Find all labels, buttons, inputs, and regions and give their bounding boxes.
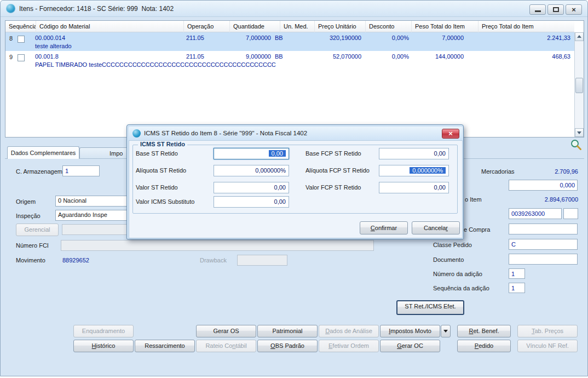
close-icon: ×: [572, 5, 576, 14]
valor-icms-substituto-input[interactable]: 0,00: [214, 196, 289, 208]
valor-icms-substituto-label: Valor ICMS Substituto: [136, 198, 194, 205]
compra-input[interactable]: [509, 224, 578, 234]
base-st-input[interactable]: 0,00: [214, 148, 289, 159]
movimento-label: Movimento: [16, 257, 45, 264]
tab-dados-complementares[interactable]: Dados Complementares: [7, 146, 79, 159]
ret-benef-button[interactable]: Ret. Benef.: [457, 325, 511, 337]
valor-fcp-input[interactable]: 0,00: [379, 182, 449, 193]
column-header-codigo[interactable]: Código do Material: [36, 21, 184, 32]
minimize-button[interactable]: [529, 4, 546, 15]
group-title: ICMS ST Retido: [138, 141, 187, 147]
arrow-up-icon: [577, 35, 581, 38]
row-checkbox[interactable]: [18, 54, 25, 61]
enquadramento-button: Enquadramento: [73, 325, 134, 337]
st-ret-icms-efet-button[interactable]: ST Ret./ICMS Efet.: [396, 300, 464, 315]
item-value: 2.894,67000: [512, 196, 578, 203]
zoom-icon[interactable]: [570, 139, 582, 151]
selected-text: 0,000000%: [410, 167, 446, 174]
documento-label: Documento: [433, 256, 464, 263]
row-price-total: 468,63: [476, 53, 570, 60]
drawback-label: Drawback: [200, 257, 227, 264]
minimize-icon: [535, 10, 541, 12]
numero-adicao-label: Número da adição: [433, 271, 482, 277]
gerar-os-button[interactable]: Gerar OS: [196, 325, 256, 337]
grid-row-item-9[interactable]: 9 00.001.8 PAPEL TIMBRADO testeCCCCCCCCC…: [5, 51, 574, 70]
row-code: 00.000.014: [35, 35, 65, 41]
base-fcp-label: Base FCP ST Retido: [305, 150, 361, 157]
close-icon: ×: [448, 129, 453, 138]
grid-row-item-8[interactable]: 8 00.000.014 teste alterado 211.05 7,000…: [5, 32, 574, 51]
row-weight-total: 7,00000: [409, 35, 464, 41]
ressarcimento-button[interactable]: Ressarcimento: [135, 340, 195, 352]
row-quantity: 7,000000: [224, 35, 271, 41]
items-grid: Sequência Código do Material Operação Qu…: [5, 20, 584, 138]
column-header-preco-unitario[interactable]: Preço Unitário: [315, 21, 366, 32]
rateio-contabil-button: Rateio Contábil: [196, 340, 256, 352]
armazenagem-input[interactable]: 1: [62, 165, 100, 176]
numero-adicao-input[interactable]: 1: [509, 268, 525, 279]
impostos-movto-dropdown-button[interactable]: [441, 325, 451, 337]
maximize-icon: [553, 7, 559, 12]
column-header-sequencia[interactable]: Sequência: [5, 21, 36, 32]
codigo-fiscal-input[interactable]: 0039263000: [509, 208, 562, 219]
mercadorias-label: Mercadorias: [481, 168, 515, 175]
historico-button[interactable]: Histórico: [73, 340, 134, 352]
column-header-operacao[interactable]: Operação: [184, 21, 230, 32]
aliquota-st-input[interactable]: 0,000000%: [214, 165, 289, 176]
patrimonial-button[interactable]: Patrimonial: [257, 325, 318, 337]
classe-pedido-label: Classe Pedido: [433, 242, 472, 248]
cancelar-button[interactable]: Cancelar: [412, 221, 460, 234]
row-operation: 211.05: [186, 35, 204, 41]
valor-st-input[interactable]: 0,00: [214, 182, 289, 193]
numero-fci-input: [61, 240, 374, 251]
close-button[interactable]: ×: [566, 4, 582, 15]
tab-precos-button: Tab. Preços: [517, 325, 578, 337]
column-header-peso-total[interactable]: Peso Total do Item: [412, 21, 479, 32]
row-discount: 0,00%: [364, 53, 409, 60]
dialog-title-bar: ICMS ST Retido do Item 8 - Série "999" -…: [129, 127, 463, 140]
base-fcp-input[interactable]: 0,00: [379, 148, 449, 159]
efetivar-ordem-button: Efetivar Ordem: [319, 340, 379, 352]
numero-fci-label: Número FCI: [16, 242, 49, 249]
drawback-input: [237, 255, 287, 266]
column-header-preco-total[interactable]: Preço Total do Item: [479, 21, 574, 32]
icms-st-retido-dialog: ICMS ST Retido do Item 8 - Série "999" -…: [126, 124, 464, 239]
impostos-movto-button[interactable]: Impostos Movto: [380, 325, 440, 337]
vertical-scrollbar[interactable]: [574, 32, 584, 137]
gerencial-input: [62, 224, 128, 235]
row-checkbox[interactable]: [18, 36, 25, 43]
scroll-down-button[interactable]: [575, 128, 584, 137]
dialog-close-button[interactable]: ×: [442, 129, 459, 139]
compra-label: e Compra: [464, 226, 490, 233]
aliquota-fcp-input[interactable]: 0,000000%: [379, 165, 449, 176]
row-sequence: 9: [5, 54, 16, 60]
codigo-fiscal-sufixo-input[interactable]: [563, 208, 578, 219]
confirmar-button[interactable]: Confirmar: [360, 221, 408, 234]
gerencial-button: Gerencial: [16, 224, 59, 236]
maximize-button[interactable]: [547, 4, 564, 15]
row-price-total: 2.241,33: [476, 35, 570, 41]
row-quantity: 9,000000: [224, 53, 271, 60]
scroll-up-button[interactable]: [575, 32, 584, 41]
dialog-title: ICMS ST Retido do Item 8 - Série "999" -…: [144, 130, 307, 136]
row-unit-price: 320,190000: [312, 35, 361, 41]
row-operation: 211.05: [186, 53, 204, 60]
armazenagem-label: C. Armazenagem: [16, 168, 62, 175]
peso-input[interactable]: 0,000: [509, 180, 578, 191]
gerar-oc-button[interactable]: Gerar OC: [380, 340, 440, 352]
scrollbar-thumb[interactable]: [575, 78, 583, 93]
row-unit: BB: [275, 53, 283, 60]
column-header-quantidade[interactable]: Quantidade: [230, 21, 280, 32]
documento-input[interactable]: [509, 254, 578, 265]
obs-padrao-button[interactable]: OBS Padrão: [257, 340, 318, 352]
classe-pedido-input[interactable]: C: [509, 239, 578, 250]
column-header-unidade[interactable]: Un. Med.: [280, 21, 315, 32]
row-description: teste alterado: [35, 43, 72, 49]
row-weight-total: 144,00000: [409, 53, 464, 60]
column-header-desconto[interactable]: Desconto: [366, 21, 412, 32]
row-unit-price: 52,070000: [312, 53, 361, 60]
pedido-button[interactable]: Pedido: [457, 340, 511, 352]
sequencia-adicao-input[interactable]: 1: [509, 283, 525, 293]
item-label: o Item: [465, 196, 482, 203]
row-unit: BB: [275, 35, 283, 41]
